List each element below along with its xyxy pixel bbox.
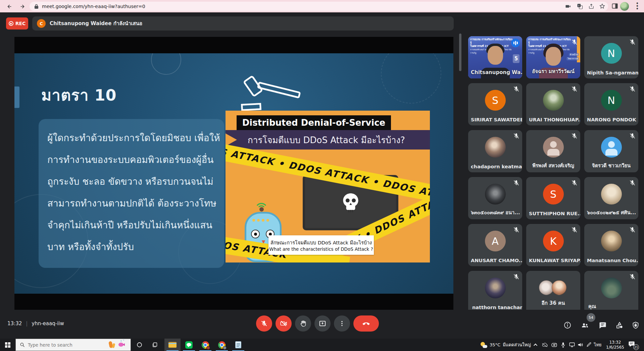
avatar-photo — [485, 184, 506, 204]
avatar-photo — [601, 278, 622, 298]
participant-tile-student-6005[interactable]: ๖๐๐๕๐๐๒๙๒๕ ศศิน... — [584, 177, 638, 219]
side-panel-icon[interactable] — [611, 3, 619, 10]
weather-temp: 35°C — [490, 342, 500, 347]
avatar: A — [485, 231, 506, 251]
overflow-count-label: อีก 36 คน — [526, 299, 580, 307]
screen-record-icon[interactable] — [550, 339, 558, 351]
camera-off-button[interactable] — [276, 315, 292, 332]
recording-badge: REC — [6, 17, 28, 30]
more-options-button[interactable] — [334, 315, 350, 332]
slide-accent-bar — [14, 86, 19, 108]
mic-muted-icon — [571, 132, 578, 139]
speaker-icon[interactable] — [576, 339, 585, 351]
address-bar[interactable] — [30, 2, 608, 11]
lock-icon[interactable] — [34, 4, 39, 9]
mic-muted-icon — [571, 226, 578, 233]
mic-muted-icon — [571, 39, 578, 46]
participant-tile-you[interactable]: คุณ — [584, 271, 638, 313]
start-button[interactable] — [0, 339, 15, 351]
participants-scrollbar[interactable] — [459, 34, 461, 71]
people-icon[interactable] — [581, 321, 589, 329]
participant-tile-sutthiphon[interactable]: S SUTTHIPHON RUE... — [526, 177, 580, 219]
participant-tile-manatsanun[interactable]: Manatsanun Chou... — [584, 224, 638, 266]
participant-tile-peerapong[interactable]: พีรพงศ์ สหวงศ์เจริญ — [526, 130, 580, 172]
clock-date: 1/6/2565 — [604, 345, 626, 350]
mic-muted-icon — [629, 273, 636, 280]
mic-muted-icon — [571, 179, 578, 186]
host-controls-icon[interactable] — [632, 321, 640, 329]
camera-in-use-icon[interactable] — [565, 3, 571, 9]
mic-muted-icon — [513, 226, 520, 233]
translate-icon[interactable]: a — [577, 3, 583, 9]
participant-name: natthorn tanachar... — [468, 305, 522, 310]
bookmark-star-icon[interactable] — [599, 3, 605, 9]
presentation-slide: มาตรา 10 ผู้ใดกระทำด้วยประการใดโดยมิชอบ … — [14, 53, 453, 294]
avatar: S — [543, 184, 564, 204]
cortana-icon[interactable] — [134, 339, 144, 351]
participant-tile-atchara[interactable]: การอบรม การเสริมสร้างทักษะการเรียนรู้ ใน… — [526, 36, 580, 78]
slide-title: มาตรา 10 — [41, 83, 117, 107]
onedrive-icon[interactable] — [540, 339, 549, 351]
forward-icon[interactable] — [18, 2, 27, 11]
slide-body-line: ผู้ใดกระทำด้วยประการใดโดยมิชอบ เพื่อให้ — [47, 127, 215, 149]
present-screen-button[interactable] — [314, 315, 331, 332]
taskbar-app-line[interactable] — [181, 339, 197, 351]
participant-tile-student-6305[interactable]: ๖๓๐๕๐๐๓๘๓๙ อนา... — [468, 177, 522, 219]
participant-tile-nipith[interactable]: N Nipith Sa-ngarman... — [584, 36, 638, 78]
task-view-icon[interactable] — [149, 339, 160, 351]
search-icon — [20, 342, 25, 347]
participant-tile-natthorn[interactable]: natthorn tanachar... — [468, 271, 522, 313]
mic-muted-icon — [629, 226, 636, 233]
mic-off-button[interactable] — [256, 315, 272, 332]
infographic-caption: ลักษณะการโจมตีแบบ DDoS Attack มีอะไรบ้าง… — [268, 235, 374, 255]
profile-avatar[interactable] — [620, 2, 629, 11]
taskbar-weather[interactable]: 35°C มีแดดส่วนใหญ่ — [481, 339, 531, 351]
taskbar-clock[interactable]: 13:32 1/6/2565 — [604, 340, 626, 350]
display-icon[interactable] — [567, 339, 576, 351]
participant-tile-narong[interactable]: N NARONG PONDOK — [584, 83, 638, 125]
chat-icon[interactable] — [599, 321, 607, 329]
search-input[interactable] — [28, 342, 98, 348]
back-icon[interactable] — [5, 2, 14, 11]
participant-tile-chadaporn[interactable]: chadaporn keatma... — [468, 130, 522, 172]
raise-hand-button[interactable] — [295, 315, 311, 332]
slide-body-box: ผู้ใดกระทำด้วยประการใดโดยมิชอบ เพื่อให้ … — [39, 119, 224, 268]
menu-icon[interactable]: ••• — [635, 2, 640, 10]
mic-muted-icon — [629, 39, 636, 46]
participant-tile-jittrawadee[interactable]: จิตรวดี ชาวเกวียน — [584, 130, 638, 172]
participant-tile-sirirat[interactable]: S SIRIRAT SAWATDEE — [468, 83, 522, 125]
slide-body-line: สามารถทำงานตามปกติได้ ต้องระวางโทษ — [47, 192, 215, 214]
taskbar-app-chrome-2[interactable] — [214, 339, 230, 351]
participant-tile-urai[interactable]: URAI THONGHUAP... — [526, 83, 580, 125]
pen-icon[interactable] — [585, 339, 593, 351]
info-icon[interactable] — [563, 321, 572, 329]
end-call-button[interactable] — [353, 315, 379, 332]
mic-muted-icon — [571, 85, 578, 93]
taskbar-app-notepad[interactable] — [230, 339, 246, 351]
avatar: N — [601, 43, 622, 64]
chevron-up-icon[interactable] — [533, 339, 539, 351]
language-indicator[interactable]: ไทย — [593, 339, 603, 351]
participant-tile-anusart[interactable]: A ANUSART CHAMO... — [468, 224, 522, 266]
participant-name: SUTTHIPHON RUE... — [526, 211, 580, 216]
mic-muted-icon — [513, 273, 520, 280]
participant-tile-overflow[interactable]: อีก 36 คน — [526, 271, 580, 313]
taskbar-app-chrome-1[interactable] — [197, 339, 213, 351]
avatar-photo — [601, 231, 622, 251]
taskbar-app-file-explorer[interactable] — [164, 339, 181, 351]
avatar: K — [543, 231, 564, 251]
action-center-icon[interactable]: 21 — [628, 341, 638, 349]
mic-muted-icon — [629, 132, 636, 139]
activities-icon[interactable] — [615, 321, 624, 329]
microphone-icon[interactable] — [559, 339, 567, 351]
shared-screen[interactable]: มาตรา 10 ผู้ใดกระทำด้วยประการใดโดยมิชอบ … — [14, 37, 453, 310]
participant-tile-chitsanupong[interactable]: การอบรม การเสริมสร้างทักษะการเรียนรู้ ใน… — [468, 36, 522, 78]
participant-tile-kunlawat[interactable]: K KUNLAWAT SRIYAP... — [526, 224, 580, 266]
participant-name: ๖๓๐๕๐๐๓๘๓๙ อนา... — [468, 209, 522, 216]
share-icon[interactable] — [588, 3, 594, 9]
url-input[interactable] — [42, 4, 445, 9]
taskbar-search[interactable] — [15, 339, 131, 351]
avatar-photo — [601, 184, 622, 204]
mic-muted-icon — [513, 179, 520, 186]
notification-count-badge: 21 — [633, 344, 639, 350]
